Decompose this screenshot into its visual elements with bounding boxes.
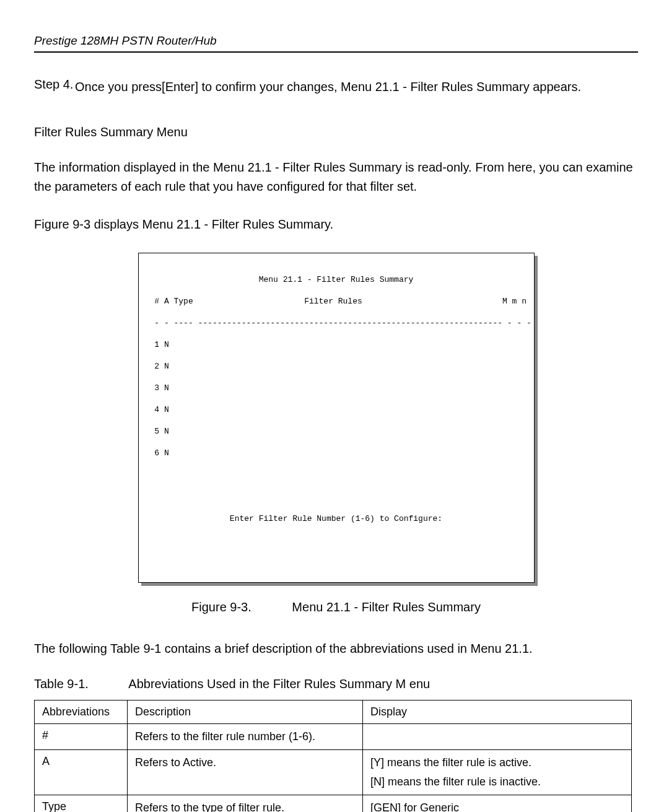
table-label: Table 9-1. xyxy=(34,677,89,691)
disp-cell xyxy=(363,724,632,750)
desc-line: Refers to Active. xyxy=(135,756,355,769)
screen-box: Menu 21.1 - Filter Rules Summary # A Typ… xyxy=(138,253,535,583)
step-text-b: [Enter] to confirm your changes, Menu 21… xyxy=(162,80,581,94)
abbr-cell: # xyxy=(35,724,128,750)
figure-title: Menu 21.1 - Filter Rules Summary xyxy=(292,600,481,614)
table-title: Abbreviations Used in the Filter Rules S… xyxy=(128,677,430,691)
desc-cell: Refers to Active. xyxy=(128,750,363,795)
abbreviations-table: Abbreviations Description Display # Refe… xyxy=(34,700,632,812)
paragraph-1: The information displayed in the Menu 21… xyxy=(34,158,638,196)
screen-row: 2 N xyxy=(150,361,523,372)
step-line: Step 4. Once you press[Enter] to confirm… xyxy=(34,77,638,97)
screen-row: 5 N xyxy=(150,426,523,437)
screen-blank xyxy=(150,469,523,481)
screen-row: 1 N xyxy=(150,339,523,351)
desc-cell: Refers to the filter rule number (1-6). xyxy=(128,724,363,750)
terminal-screen: Menu 21.1 - Filter Rules Summary # A Typ… xyxy=(138,253,535,583)
table-row: A Refers to Active. [Y] means the filter… xyxy=(35,750,632,795)
step-label: Step 4. xyxy=(34,77,75,92)
abbr-cell: Type xyxy=(35,795,128,812)
desc-line: Refers to the type of filter rule. xyxy=(135,801,355,812)
disp-cell: [GEN] for Generic [IP] for TCP/IP [IPX] … xyxy=(363,795,632,812)
table-caption: Table 9-1. Abbreviations Used in the Fil… xyxy=(34,677,638,691)
screen-row: 3 N xyxy=(150,383,523,394)
disp-line: [GEN] for Generic xyxy=(370,801,624,812)
screen-row: 6 N xyxy=(150,448,523,459)
screen-row: 4 N xyxy=(150,404,523,416)
figure-caption: Figure 9-3. Menu 21.1 - Filter Rules Sum… xyxy=(34,600,638,614)
screen-title: Menu 21.1 - Filter Rules Summary xyxy=(150,274,523,286)
table-header-cell: Display xyxy=(363,701,632,724)
table-header-row: Abbreviations Description Display xyxy=(35,701,632,724)
figure-label: Figure 9-3. xyxy=(191,600,251,614)
step-body: Once you press[Enter] to confirm your ch… xyxy=(75,77,581,97)
screen-divider: - - ---- -------------------------------… xyxy=(150,318,523,329)
step-text-a: Once you press xyxy=(75,80,162,94)
disp-line: [N] means the filter rule is inactive. xyxy=(370,775,624,788)
table-header-cell: Abbreviations xyxy=(35,701,128,724)
running-head: Prestige 128MH PSTN Router/Hub xyxy=(34,34,638,53)
abbr-cell: A xyxy=(35,750,128,795)
desc-line: Refers to the filter rule number (1-6). xyxy=(135,730,355,743)
table-row: Type Refers to the type of filter rule. … xyxy=(35,795,632,812)
paragraph-3: The following Table 9-1 contains a brief… xyxy=(34,639,638,658)
disp-line: [Y] means the filter rule is active. xyxy=(370,756,624,769)
screen-blank xyxy=(150,535,523,546)
table-header-cell: Description xyxy=(128,701,363,724)
screen-header: # A Type Filter Rules M m n xyxy=(150,296,523,307)
screen-blank xyxy=(150,491,523,502)
paragraph-2: Figure 9-3 displays Menu 21.1 - Filter R… xyxy=(34,215,638,234)
screen-prompt: Enter Filter Rule Number (1-6) to Config… xyxy=(150,513,523,525)
section-subhead: Filter Rules Summary Menu xyxy=(34,125,638,139)
disp-cell: [Y] means the filter rule is active. [N]… xyxy=(363,750,632,795)
desc-cell: Refers to the type of filter rule. This … xyxy=(128,795,363,812)
page: Prestige 128MH PSTN Router/Hub Step 4. O… xyxy=(0,0,669,812)
table-row: # Refers to the filter rule number (1-6)… xyxy=(35,724,632,750)
